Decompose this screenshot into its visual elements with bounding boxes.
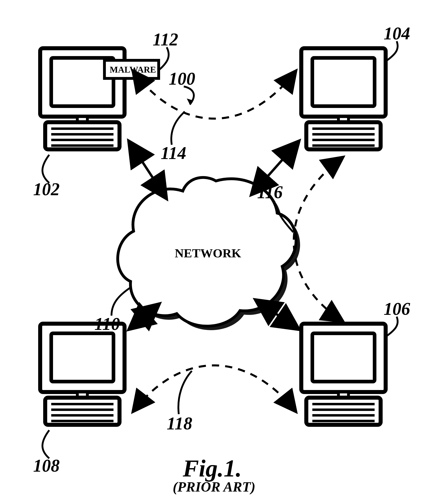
diagram-canvas: 100 MALWARE NETWORK bbox=[0, 0, 422, 504]
ref-112: 112 bbox=[153, 30, 178, 49]
ref-104: 104 bbox=[384, 24, 410, 43]
ref-106: 106 bbox=[384, 299, 410, 318]
malware-box: MALWARE bbox=[105, 60, 159, 78]
ref-118: 118 bbox=[167, 414, 192, 433]
fig-number: Fig.1. bbox=[182, 455, 242, 482]
system-ref: 100 bbox=[169, 69, 195, 105]
fig-subtitle: (PRIOR ART) bbox=[173, 479, 256, 495]
computer-106 bbox=[301, 324, 386, 425]
figure-caption: Fig.1. (PRIOR ART) bbox=[173, 455, 256, 495]
ref-116: 116 bbox=[257, 182, 283, 202]
svg-line-11 bbox=[255, 300, 299, 330]
ref-110: 110 bbox=[94, 314, 120, 334]
ref-114: 114 bbox=[161, 143, 186, 163]
ref-100: 100 bbox=[169, 69, 195, 88]
ref-108: 108 bbox=[33, 456, 60, 475]
computer-104 bbox=[301, 48, 386, 149]
computer-108 bbox=[40, 324, 124, 425]
ref-102: 102 bbox=[33, 179, 60, 199]
network-label: NETWORK bbox=[175, 246, 241, 260]
malware-label: MALWARE bbox=[110, 65, 156, 75]
